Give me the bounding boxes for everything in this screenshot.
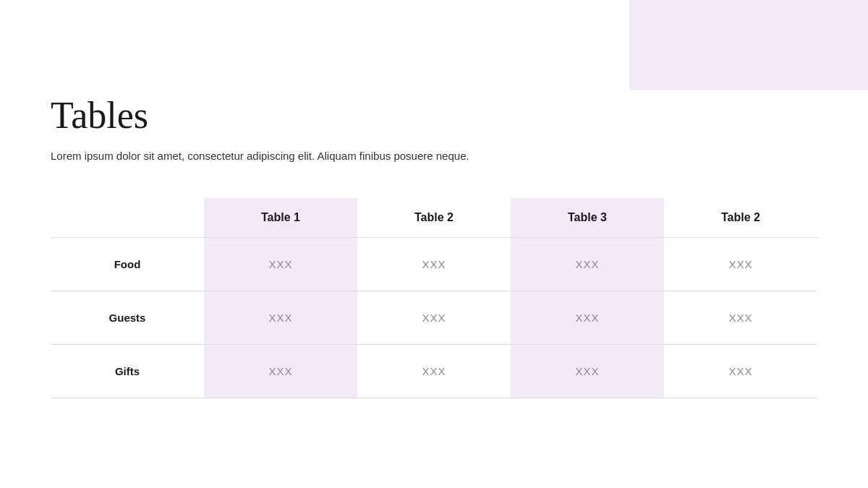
col-header-table2a: Table 2	[357, 198, 511, 238]
comparison-table: Table 1 Table 2 Table 3 Table 2 Food XXX…	[51, 198, 817, 398]
cell-food-table2b: XXX	[664, 238, 817, 291]
decorative-box	[629, 0, 868, 90]
table-row: Food XXX XXX XXX XXX	[51, 238, 817, 291]
cell-gifts-table2b: XXX	[664, 345, 817, 398]
table-row: Guests XXX XXX XXX XXX	[51, 291, 817, 345]
cell-gifts-table2a: XXX	[357, 345, 511, 398]
col-header-table2b: Table 2	[664, 198, 817, 238]
table-header-row: Table 1 Table 2 Table 3 Table 2	[51, 198, 817, 238]
col-header-table1: Table 1	[204, 198, 357, 238]
cell-guests-table2b: XXX	[664, 291, 817, 345]
col-header-label	[51, 198, 204, 238]
row-label-gifts: Gifts	[51, 345, 204, 398]
table-container: Table 1 Table 2 Table 3 Table 2 Food XXX…	[51, 198, 817, 398]
row-label-guests: Guests	[51, 291, 204, 345]
cell-gifts-table3: XXX	[511, 345, 664, 398]
cell-food-table3: XXX	[511, 238, 664, 291]
table-row: Gifts XXX XXX XXX XXX	[51, 345, 817, 398]
cell-food-table1: XXX	[204, 238, 357, 291]
row-label-food: Food	[51, 238, 204, 291]
page-description: Lorem ipsum dolor sit amet, consectetur …	[51, 150, 817, 162]
cell-guests-table3: XXX	[511, 291, 664, 345]
cell-guests-table1: XXX	[204, 291, 357, 345]
col-header-table3: Table 3	[511, 198, 664, 238]
cell-gifts-table1: XXX	[204, 345, 357, 398]
cell-food-table2a: XXX	[357, 238, 511, 291]
cell-guests-table2a: XXX	[357, 291, 511, 345]
page-title: Tables	[51, 94, 817, 137]
